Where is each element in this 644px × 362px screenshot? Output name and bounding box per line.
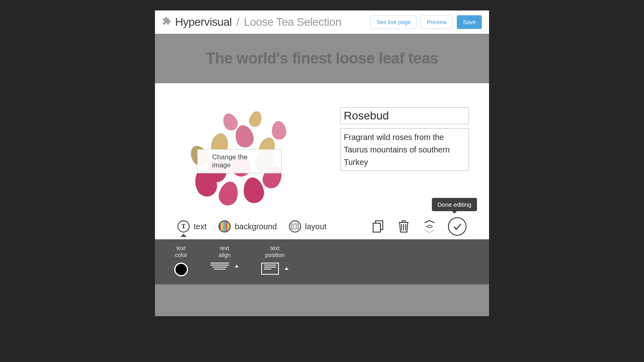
text-icon: T	[178, 220, 190, 232]
chevron-up-icon	[424, 220, 435, 224]
text-align-control: textalign	[211, 245, 239, 269]
tab-text[interactable]: T text	[178, 220, 206, 232]
hero-headline: The world's finest loose leaf teas	[206, 50, 438, 67]
chevron-down-icon	[424, 229, 435, 233]
header-title-group: Hypervisual / Loose Tea Selection	[162, 16, 341, 29]
block-action-icons	[371, 217, 466, 236]
layout-icon	[289, 220, 301, 232]
title-input[interactable]	[340, 107, 469, 124]
done-editing-button[interactable]	[448, 217, 466, 236]
text-position-caret-icon[interactable]	[285, 267, 289, 270]
puzzle-icon	[162, 16, 171, 28]
text-color-label: textcolor	[175, 245, 187, 259]
header-actions: See live page Preview Save	[370, 15, 482, 29]
block-toolbar: T text background layout	[155, 214, 489, 239]
done-editing-tooltip: Done editing	[432, 198, 477, 211]
duplicate-button[interactable]	[371, 219, 385, 234]
text-position-label: textposition	[265, 245, 285, 259]
text-position-control: textposition	[261, 245, 289, 275]
text-align-caret-icon[interactable]	[235, 265, 239, 267]
description-input[interactable]	[340, 128, 469, 171]
text-align-selector[interactable]	[211, 263, 229, 269]
text-color-control: textcolor	[174, 245, 188, 276]
see-live-page-button[interactable]: See live page	[370, 15, 417, 29]
app-name: Hypervisual	[175, 16, 232, 28]
diamond-icon	[424, 224, 435, 228]
tab-layout[interactable]: layout	[289, 220, 326, 232]
text-sub-toolbar: textcolor textalign textposition	[155, 239, 489, 284]
breadcrumb-separator: /	[236, 16, 239, 28]
tab-text-label: text	[194, 222, 206, 231]
reorder-button[interactable]	[422, 219, 437, 234]
breadcrumb: Hypervisual / Loose Tea Selection	[175, 16, 341, 29]
app-header: Hypervisual / Loose Tea Selection See li…	[155, 10, 489, 34]
delete-button[interactable]	[396, 219, 411, 234]
tab-background-label: background	[235, 222, 277, 231]
editor-block: Change the image Done editing T text bac…	[155, 83, 489, 239]
change-image-button[interactable]: Change the image	[197, 149, 282, 173]
preview-button[interactable]: Preview	[421, 15, 453, 29]
hero-section: The world's finest loose leaf teas	[155, 34, 489, 83]
tab-background[interactable]: background	[219, 220, 277, 232]
tab-layout-label: layout	[305, 222, 326, 231]
text-color-swatch[interactable]	[174, 263, 188, 276]
save-button[interactable]: Save	[457, 15, 482, 29]
svg-rect-0	[373, 223, 380, 232]
check-icon	[452, 222, 462, 231]
text-align-label: textalign	[219, 245, 231, 259]
text-position-selector[interactable]	[261, 263, 279, 275]
background-icon	[219, 220, 231, 232]
app-window: Hypervisual / Loose Tea Selection See li…	[155, 10, 489, 316]
page-name: Loose Tea Selection	[244, 16, 341, 28]
